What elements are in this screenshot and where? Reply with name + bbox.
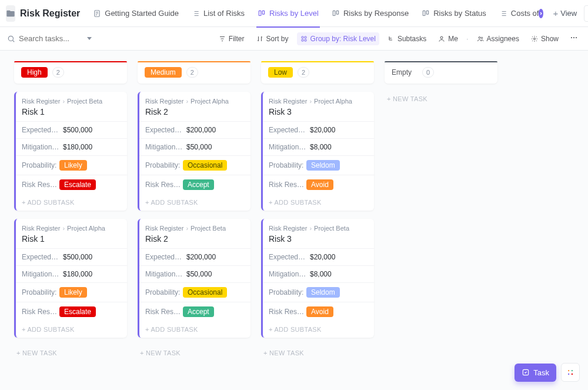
field-mitigation-cost[interactable]: Mitigation … $8,000	[263, 265, 374, 282]
field-mitigation-cost[interactable]: Mitigation … $180,000	[16, 265, 127, 282]
show-button[interactable]: Show	[527, 32, 562, 45]
field-expected-cost[interactable]: Expected C… $500,000	[16, 248, 127, 265]
subtasks-label: Subtasks	[397, 35, 426, 43]
add-subtask-button[interactable]: + ADD SUBTASK	[263, 321, 374, 338]
field-expected-cost[interactable]: Expected C… $500,000	[16, 121, 127, 138]
tab-list-of-risks[interactable]: List of Risks	[186, 0, 250, 27]
me-button[interactable]: Me	[435, 32, 462, 45]
doc-icon	[93, 9, 101, 18]
crumb-folder[interactable]: Risk Register	[145, 98, 183, 105]
tab-risks-by-level[interactable]: Risks by Level	[252, 0, 325, 27]
field-mitigation-cost[interactable]: Mitigation … $8,000	[263, 138, 374, 155]
svg-point-28	[568, 374, 569, 375]
assignees-button[interactable]: Assignees	[473, 32, 523, 45]
filter-button[interactable]: Filter	[215, 32, 248, 45]
field-response[interactable]: Risk Respo… Avoid	[263, 302, 374, 321]
field-response[interactable]: Risk Respo… Escalate	[16, 175, 127, 194]
svg-point-26	[568, 370, 569, 371]
new-task-button[interactable]: + NEW TASK	[385, 92, 497, 106]
search-box[interactable]	[7, 34, 101, 43]
crumb-folder[interactable]: Risk Register	[269, 98, 307, 105]
add-subtask-button[interactable]: + ADD SUBTASK	[16, 321, 127, 338]
crumb-folder[interactable]: Risk Register	[269, 225, 307, 232]
risk-card[interactable]: Risk Register › Project Alpha Risk 2 Exp…	[138, 92, 250, 211]
search-input[interactable]	[19, 34, 83, 43]
group-by-button[interactable]: Group by: Risk Level	[297, 32, 379, 45]
new-task-fab[interactable]: Task	[514, 364, 556, 382]
subtasks-icon	[387, 35, 395, 42]
tab-risks-by-status[interactable]: Risks by Status	[416, 0, 492, 27]
tab-getting-started[interactable]: Getting Started Guide	[87, 0, 185, 27]
more-menu-button[interactable]	[567, 31, 581, 46]
crumb-project[interactable]: Project Alpha	[191, 98, 229, 105]
crumb-folder[interactable]: Risk Register	[22, 225, 60, 232]
new-task-button[interactable]: + NEW TASK	[138, 346, 250, 360]
column-count: 2	[186, 67, 198, 78]
folder-icon[interactable]	[6, 5, 15, 22]
field-probability[interactable]: Probability: Occasional	[139, 282, 250, 302]
crumb-project[interactable]: Project Alpha	[67, 225, 105, 232]
filter-label: Filter	[229, 35, 245, 43]
new-task-button[interactable]: + NEW TASK	[14, 346, 127, 360]
risk-card[interactable]: Risk Register › Project Alpha Risk 3 Exp…	[261, 92, 374, 211]
add-subtask-button[interactable]: + ADD SUBTASK	[16, 194, 127, 211]
field-probability[interactable]: Probability: Seldom	[263, 282, 374, 302]
column-header[interactable]: Empty0	[385, 61, 497, 84]
risk-card[interactable]: Risk Register › Project Beta Risk 1 Expe…	[14, 92, 127, 211]
field-value: $8,000	[310, 143, 332, 151]
column-header[interactable]: Low2	[261, 61, 374, 84]
field-response[interactable]: Risk Respo… Accept	[139, 175, 250, 194]
field-value: $50,000	[186, 143, 212, 151]
field-mitigation-cost[interactable]: Mitigation … $180,000	[16, 138, 127, 155]
field-mitigation-cost[interactable]: Mitigation … $50,000	[139, 138, 250, 155]
response-tag: Avoid	[306, 306, 333, 317]
board: High2 Risk Register › Project Beta Risk …	[0, 51, 588, 390]
column-header[interactable]: Medium2	[138, 61, 250, 84]
add-subtask-button[interactable]: + ADD SUBTASK	[263, 194, 374, 211]
sort-button[interactable]: Sort by	[253, 32, 292, 45]
field-response[interactable]: Risk Respo… Accept	[139, 302, 250, 321]
crumb-folder[interactable]: Risk Register	[22, 98, 60, 105]
crumb-folder[interactable]: Risk Register	[145, 225, 183, 232]
crumb-project[interactable]: Project Beta	[191, 225, 226, 232]
crumb-project[interactable]: Project Beta	[67, 98, 102, 105]
risk-card[interactable]: Risk Register › Project Beta Risk 3 Expe…	[261, 219, 374, 338]
field-response[interactable]: Risk Respo… Escalate	[16, 302, 127, 321]
field-expected-cost[interactable]: Expected C… $20,000	[263, 248, 374, 265]
tab-risks-by-response[interactable]: Risks by Response	[326, 0, 415, 27]
task-icon	[522, 368, 530, 376]
column-medium: Medium2 Risk Register › Project Alpha Ri…	[138, 61, 250, 360]
risk-card[interactable]: Risk Register › Project Beta Risk 2 Expe…	[138, 219, 250, 338]
field-response[interactable]: Risk Respo… Avoid	[263, 175, 374, 194]
card-header: Risk Register › Project Beta Risk 3	[263, 219, 374, 248]
breadcrumb: Risk Register › Project Beta	[22, 98, 121, 105]
add-view-button[interactable]: + View	[548, 8, 582, 18]
card-header: Risk Register › Project Beta Risk 1	[16, 92, 127, 121]
field-value: $20,000	[310, 126, 335, 134]
subtasks-button[interactable]: Subtasks	[384, 32, 430, 45]
add-subtask-button[interactable]: + ADD SUBTASK	[139, 194, 250, 211]
risk-card[interactable]: Risk Register › Project Alpha Risk 1 Exp…	[14, 219, 127, 338]
field-expected-cost[interactable]: Expected C… $200,000	[139, 121, 250, 138]
field-expected-cost[interactable]: Expected C… $200,000	[139, 248, 250, 265]
field-probability[interactable]: Probability: Likely	[16, 282, 127, 302]
add-subtask-button[interactable]: + ADD SUBTASK	[139, 321, 250, 338]
tab-costs[interactable]: Costs of	[493, 0, 540, 27]
crumb-project[interactable]: Project Alpha	[314, 98, 352, 105]
new-task-button[interactable]: + NEW TASK	[261, 346, 374, 360]
svg-rect-1	[259, 11, 261, 15]
field-probability[interactable]: Probability: Likely	[16, 155, 127, 175]
apps-fab[interactable]	[561, 363, 580, 382]
response-tag: Avoid	[306, 179, 333, 190]
field-expected-cost[interactable]: Expected C… $20,000	[263, 121, 374, 138]
svg-rect-16	[302, 39, 303, 41]
crumb-project[interactable]: Project Beta	[314, 225, 349, 232]
automate-button[interactable]: Automate	[584, 5, 588, 22]
field-probability[interactable]: Probability: Occasional	[139, 155, 250, 175]
card-title: Risk 1	[22, 107, 121, 116]
chevron-down-icon[interactable]	[87, 37, 92, 40]
field-mitigation-cost[interactable]: Mitigation … $50,000	[139, 265, 250, 282]
column-header[interactable]: High2	[14, 61, 127, 84]
field-probability[interactable]: Probability: Seldom	[263, 155, 374, 175]
response-tag: Accept	[183, 179, 214, 190]
